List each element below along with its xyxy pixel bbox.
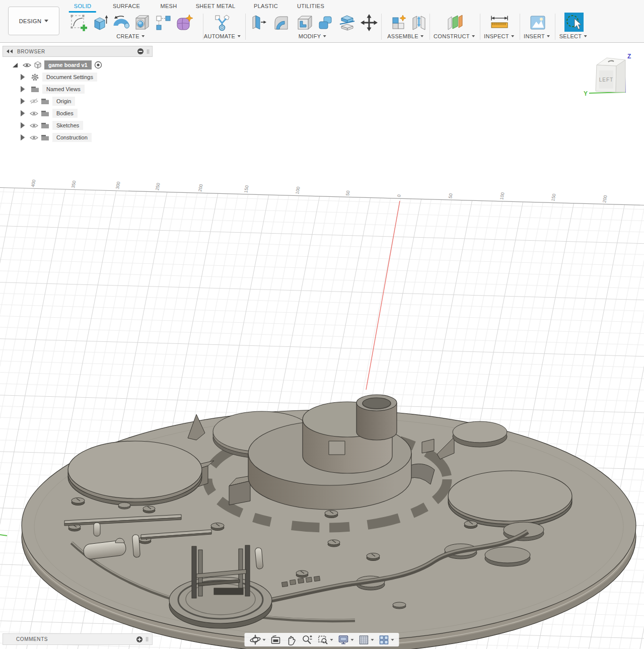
insert-image-icon <box>529 14 547 32</box>
orbit-button[interactable] <box>249 634 265 645</box>
group-divider <box>245 14 246 40</box>
collapsed-triangle-icon[interactable] <box>22 135 25 140</box>
chevron-down-icon <box>391 639 394 641</box>
group-label-insert[interactable]: INSERT <box>524 33 550 39</box>
group-label-construct[interactable]: CONSTRUCT <box>434 33 475 39</box>
shell-button[interactable] <box>294 13 314 33</box>
browser-panel: BROWSER game board v1 <box>3 46 153 143</box>
comments-title: COMMENTS <box>16 636 136 642</box>
pan-icon <box>285 634 297 645</box>
tree-item-label[interactable]: Document Settings <box>42 73 97 82</box>
chevron-down-icon <box>262 639 265 641</box>
window-zoom-button[interactable] <box>317 634 333 645</box>
eye-icon[interactable] <box>22 60 31 69</box>
fillet-button[interactable] <box>271 13 291 33</box>
tab-sheet-metal[interactable]: SHEET METAL <box>196 1 236 11</box>
grid-display-button[interactable] <box>358 634 374 645</box>
rectangular-pattern-button[interactable] <box>153 13 173 33</box>
construction-plane-button[interactable] <box>445 13 465 33</box>
group-divider <box>381 14 382 40</box>
group-label-automate[interactable]: AUTOMATE <box>204 33 241 39</box>
minus-circle-icon[interactable] <box>137 48 144 55</box>
insert-image-button[interactable] <box>528 13 548 33</box>
tree-item-label[interactable]: Construction <box>52 133 92 142</box>
grip-icon[interactable] <box>146 637 148 641</box>
tree-row-construction[interactable]: Construction <box>3 131 153 143</box>
collapse-panel-icon[interactable] <box>6 49 13 54</box>
tree-row-bodies[interactable]: Bodies <box>3 107 153 119</box>
look-at-button[interactable] <box>270 634 281 645</box>
tab-surface[interactable]: SURFACE <box>113 1 140 11</box>
tab-utilities[interactable]: UTILITIES <box>297 1 324 11</box>
plus-circle-icon[interactable] <box>136 636 143 643</box>
collapsed-triangle-icon[interactable] <box>22 99 25 104</box>
create-form-icon <box>175 14 193 32</box>
activate-radio-icon[interactable] <box>94 60 103 69</box>
collapsed-triangle-icon[interactable] <box>22 123 25 128</box>
tree-row-origin[interactable]: Origin <box>3 95 153 107</box>
viewports-button[interactable] <box>378 634 394 645</box>
select-button[interactable] <box>564 12 584 32</box>
eye-icon[interactable] <box>29 109 38 118</box>
disc-left <box>68 441 202 506</box>
browser-panel-header[interactable]: BROWSER <box>3 46 153 57</box>
group-label-modify[interactable]: MODIFY <box>299 33 326 39</box>
tree-item-label[interactable]: Sketches <box>52 121 83 130</box>
grid-display-icon <box>358 634 369 645</box>
tab-mesh[interactable]: MESH <box>161 1 177 11</box>
group-label-select[interactable]: SELECT <box>559 33 587 39</box>
viewcube-face-label[interactable]: LEFT <box>599 77 613 83</box>
tree-item-label[interactable]: Bodies <box>52 109 78 118</box>
create-sketch-button[interactable] <box>68 13 89 33</box>
tree-row-named-views[interactable]: Named Views <box>3 83 153 95</box>
folder-icon <box>40 121 49 130</box>
extrude-icon <box>91 14 109 32</box>
grip-icon[interactable] <box>147 49 149 54</box>
eye-hidden-icon[interactable] <box>29 97 38 106</box>
tree-row-root[interactable]: game board v1 <box>3 59 153 71</box>
revolve-icon <box>112 14 130 32</box>
display-settings-button[interactable] <box>337 634 353 645</box>
tab-plastic[interactable]: PLASTIC <box>254 1 278 11</box>
group-label-assemble[interactable]: ASSEMBLE <box>387 33 423 39</box>
tree-item-label[interactable]: game board v1 <box>44 60 92 69</box>
expand-triangle-icon[interactable] <box>12 62 18 68</box>
tree-item-label[interactable]: Named Views <box>42 85 85 94</box>
viewcube-y-label: Y <box>584 90 588 97</box>
measure-button[interactable] <box>488 13 511 33</box>
tab-solid[interactable]: SOLID <box>74 1 92 11</box>
zoom-button[interactable] <box>301 634 313 645</box>
automate-button[interactable] <box>212 13 232 33</box>
group-label-create[interactable]: CREATE <box>116 33 145 39</box>
joint-icon <box>410 14 428 32</box>
revolve-button[interactable] <box>111 13 131 33</box>
gear-icon <box>30 73 39 82</box>
look-at-icon <box>270 634 281 645</box>
eye-icon[interactable] <box>29 121 38 130</box>
create-form-button[interactable] <box>174 13 194 33</box>
eye-icon[interactable] <box>29 133 38 142</box>
move-copy-button[interactable] <box>359 13 379 33</box>
tree-row-sketches[interactable]: Sketches <box>3 119 153 131</box>
tree-item-label[interactable]: Origin <box>52 97 75 106</box>
collapsed-triangle-icon[interactable] <box>22 75 25 80</box>
combine-button[interactable] <box>315 13 335 33</box>
group-label-inspect[interactable]: INSPECT <box>484 33 514 39</box>
viewcube[interactable]: LEFT Z Y <box>583 49 643 102</box>
pan-button[interactable] <box>285 634 297 645</box>
press-pull-button[interactable] <box>248 13 268 33</box>
extrude-button[interactable] <box>90 13 110 33</box>
press-pull-icon <box>249 14 267 32</box>
split-body-button[interactable] <box>337 13 357 33</box>
design-menu-label: DESIGN <box>19 18 42 24</box>
collapsed-triangle-icon[interactable] <box>22 87 25 92</box>
hole-button[interactable] <box>132 13 152 33</box>
collapsed-triangle-icon[interactable] <box>22 111 25 116</box>
joint-button[interactable] <box>409 13 429 33</box>
orbit-icon <box>249 634 261 645</box>
navigation-toolbar <box>244 633 399 646</box>
new-component-button[interactable] <box>388 13 408 33</box>
design-menu-button[interactable]: DESIGN <box>8 7 59 35</box>
tree-row-document-settings[interactable]: Document Settings <box>3 71 153 83</box>
comments-bar[interactable]: COMMENTS <box>3 633 153 645</box>
